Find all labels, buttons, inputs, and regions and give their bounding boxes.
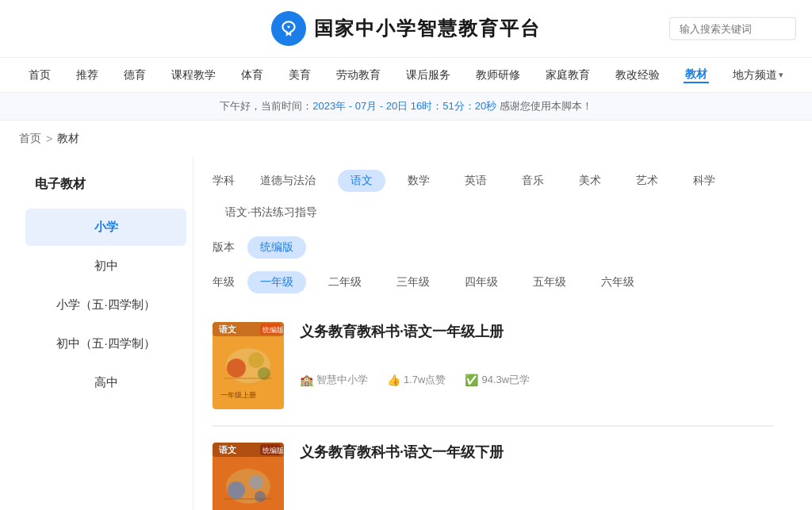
subject-tag-art[interactable]: 美术 bbox=[566, 170, 614, 192]
svg-point-21 bbox=[255, 491, 266, 502]
svg-point-10 bbox=[258, 367, 270, 380]
book-item-1[interactable]: 语文 统编版 一年级上册 义务教育教科书·语文一年级上册 bbox=[213, 306, 774, 426]
subject-tag-math[interactable]: 数学 bbox=[395, 170, 442, 192]
svg-point-20 bbox=[249, 475, 263, 489]
grade-label: 年级 bbox=[213, 275, 238, 290]
subject-tag-arts[interactable]: 艺术 bbox=[623, 170, 671, 192]
like-icon-1: 👍 bbox=[387, 374, 400, 386]
book-cover-2: 语文 统编版 一年级下册 bbox=[213, 443, 284, 510]
main-nav: 首页 推荐 德育 课程教学 体育 美育 劳动教育 课后服务 教师研修 家庭教育 … bbox=[0, 58, 812, 93]
logo-title: 国家中小学智慧教育平台 bbox=[314, 16, 541, 41]
nav-item-local[interactable]: 地方频道 ▾ bbox=[731, 68, 785, 82]
logo-icon bbox=[271, 11, 306, 46]
edition-label: 版本 bbox=[213, 240, 238, 255]
sidebar: 电子教材 小学 初中 小学（五·四学制） 初中（五·四学制） 高中 bbox=[19, 157, 193, 510]
svg-text:语文: 语文 bbox=[219, 445, 236, 454]
grade-tag-1[interactable]: 一年级 bbox=[247, 271, 306, 293]
book-meta-1: 🏫 智慧中小学 👍 1.7w点赞 ✅ 94.3w已学 bbox=[300, 373, 774, 387]
nav-item-labor[interactable]: 劳动教育 bbox=[335, 68, 382, 82]
breadcrumb: 首页 > 教材 bbox=[0, 121, 812, 157]
sidebar-item-high[interactable]: 高中 bbox=[25, 364, 186, 401]
svg-text:语文: 语文 bbox=[219, 324, 236, 334]
svg-text:一年级上册: 一年级上册 bbox=[220, 391, 256, 399]
nav-item-textbook[interactable]: 教材 bbox=[684, 67, 709, 83]
breadcrumb-current: 教材 bbox=[57, 132, 79, 146]
search-box[interactable] bbox=[669, 17, 796, 40]
sidebar-item-primary-54[interactable]: 小学（五·四学制） bbox=[25, 286, 186, 324]
grade-tag-3[interactable]: 三年级 bbox=[384, 271, 442, 293]
nav-item-sports[interactable]: 体育 bbox=[239, 68, 265, 82]
svg-point-9 bbox=[248, 352, 264, 368]
nav-item-course[interactable]: 课程教学 bbox=[170, 68, 217, 82]
grade-tag-2[interactable]: 二年级 bbox=[316, 271, 374, 293]
book-cover-svg-2: 语文 统编版 一年级下册 bbox=[213, 443, 284, 510]
subject-label: 学科 bbox=[213, 174, 238, 188]
edition-tag-unified[interactable]: 统编版 bbox=[247, 236, 306, 259]
subject-tag-calligraphy[interactable]: 语文·书法练习指导 bbox=[213, 201, 330, 224]
nav-item-afterschool[interactable]: 课后服务 bbox=[404, 68, 452, 82]
search-input[interactable] bbox=[669, 17, 796, 40]
book-title-1[interactable]: 义务教育教科书·语文一年级上册 bbox=[300, 322, 774, 341]
book-title-2[interactable]: 义务教育教科书·语文一年级下册 bbox=[300, 443, 774, 462]
book-item-2[interactable]: 语文 统编版 一年级下册 义务教育教科书·语文一年级下册 bbox=[213, 427, 774, 510]
book-list: 语文 统编版 一年级上册 义务教育教科书·语文一年级上册 bbox=[213, 306, 774, 510]
sidebar-item-primary[interactable]: 小学 bbox=[25, 209, 186, 246]
breadcrumb-separator: > bbox=[46, 132, 52, 145]
nav-item-moral[interactable]: 德育 bbox=[122, 68, 147, 82]
nav-item-home[interactable]: 首页 bbox=[27, 68, 52, 82]
chevron-down-icon: ▾ bbox=[779, 70, 783, 80]
learner-icon-1: ✅ bbox=[465, 374, 478, 386]
book-learners-1: ✅ 94.3w已学 bbox=[465, 373, 530, 387]
subject-filter-row: 学科 道德与法治 语文 数学 英语 音乐 美术 艺术 科学 语文·书法练习指导 bbox=[213, 170, 774, 224]
grade-filter-row: 年级 一年级 二年级 三年级 四年级 五年级 六年级 bbox=[213, 271, 774, 293]
nav-item-reform[interactable]: 教改经验 bbox=[614, 68, 661, 82]
status-bar: 下午好，当前时间：2023年 - 07月 - 20日 16时：51分：20秒 感… bbox=[0, 93, 812, 121]
subject-tag-moral[interactable]: 道德与法治 bbox=[247, 170, 328, 192]
nav-item-teacher[interactable]: 教师研修 bbox=[474, 68, 522, 82]
header: 国家中小学智慧教育平台 首页 推荐 德育 课程教学 体育 美育 劳动教育 课后服… bbox=[0, 0, 812, 121]
svg-text:统编版: 统编版 bbox=[262, 447, 284, 454]
main-container: 电子教材 小学 初中 小学（五·四学制） 初中（五·四学制） 高中 学科 道德与… bbox=[0, 157, 812, 510]
book-likes-1: 👍 1.7w点赞 bbox=[387, 373, 446, 387]
book-info-2: 义务教育教科书·语文一年级下册 bbox=[300, 443, 774, 493]
sidebar-title: 电子教材 bbox=[19, 165, 193, 207]
nav-item-family[interactable]: 家庭教育 bbox=[544, 68, 592, 82]
sidebar-item-middle-54[interactable]: 初中（五·四学制） bbox=[25, 325, 186, 362]
book-info-1: 义务教育教科书·语文一年级上册 🏫 智慧中小学 👍 1.7w点赞 ✅ 94. bbox=[300, 322, 774, 387]
subject-tag-english[interactable]: 英语 bbox=[452, 170, 500, 192]
nav-item-recommend[interactable]: 推荐 bbox=[75, 68, 100, 82]
book-cover-svg-1: 语文 统编版 一年级上册 bbox=[213, 322, 284, 409]
logo-svg bbox=[278, 18, 299, 39]
grade-tag-5[interactable]: 五年级 bbox=[520, 271, 579, 293]
subject-tag-chinese[interactable]: 语文 bbox=[338, 170, 385, 192]
edition-filter-row: 版本 统编版 bbox=[213, 236, 774, 259]
grade-tag-4[interactable]: 四年级 bbox=[452, 271, 511, 293]
subject-tag-music[interactable]: 音乐 bbox=[509, 170, 557, 192]
svg-point-8 bbox=[227, 359, 246, 378]
grade-tag-6[interactable]: 六年级 bbox=[588, 271, 647, 293]
svg-point-19 bbox=[228, 481, 245, 499]
svg-text:统编版: 统编版 bbox=[262, 326, 284, 334]
nav-item-arts[interactable]: 美育 bbox=[287, 68, 312, 82]
sidebar-item-middle[interactable]: 初中 bbox=[25, 247, 186, 285]
subject-tag-science[interactable]: 科学 bbox=[680, 170, 728, 192]
breadcrumb-home[interactable]: 首页 bbox=[19, 132, 41, 146]
book-source-1: 🏫 智慧中小学 bbox=[300, 373, 368, 387]
content-area: 学科 道德与法治 语文 数学 英语 音乐 美术 艺术 科学 语文·书法练习指导 … bbox=[193, 157, 793, 510]
logo-area: 国家中小学智慧教育平台 bbox=[271, 11, 541, 46]
source-icon-1: 🏫 bbox=[300, 374, 313, 386]
book-cover-1: 语文 统编版 一年级上册 bbox=[213, 322, 284, 409]
